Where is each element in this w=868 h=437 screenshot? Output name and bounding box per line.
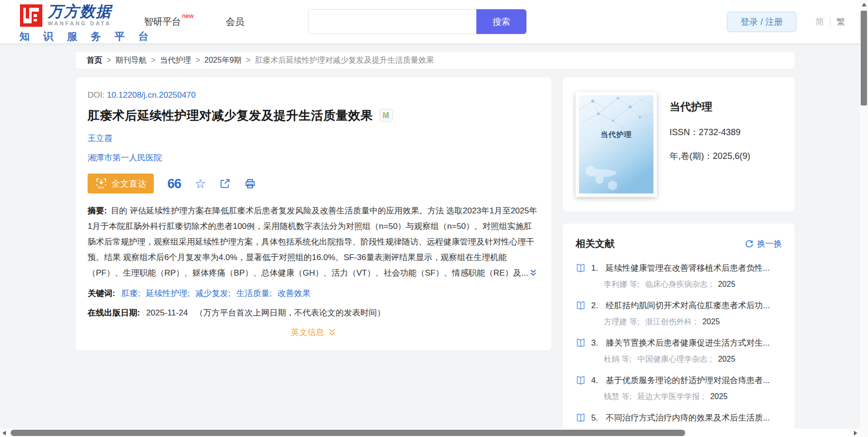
cite-button[interactable]: 66	[167, 179, 181, 189]
wanfang-logo-icon	[19, 4, 43, 27]
abstract-expand-button[interactable]	[529, 266, 537, 282]
refresh-icon	[745, 240, 754, 248]
related-item-journal: 延边大学医学学报 ;	[637, 392, 704, 401]
print-icon	[244, 178, 256, 190]
horizontal-scrollbar-thumb[interactable]	[11, 430, 685, 436]
keywords-row: 关键词: 肛瘘; 延续性护理; 减少复发; 生活质量; 改善效果	[88, 288, 540, 299]
book-icon	[576, 300, 586, 311]
breadcrumb-issue[interactable]: 2025年9期	[204, 55, 242, 66]
related-item-authors: 钱慧 等;	[604, 392, 632, 401]
fulltext-access-button[interactable]: free 全文直达	[88, 174, 154, 193]
horizontal-scrollbar[interactable]	[0, 429, 860, 437]
login-register-button[interactable]: 登录 / 注册	[727, 12, 796, 32]
breadcrumb-separator: >	[107, 56, 111, 65]
related-item-number: 5.	[591, 413, 606, 423]
page: 万方数据 WANFANG DATA 知 识 服 务 平 台 智研平台 new 会…	[0, 0, 868, 437]
lang-traditional[interactable]: 繁	[836, 16, 845, 28]
english-info-toggle[interactable]: 英文信息	[291, 327, 336, 338]
download-free-icon: free	[95, 177, 108, 190]
related-documents-card: 相关文献 换一换 1. 延续性健康管理在改善肾移植术后患者负性...	[563, 224, 795, 437]
star-icon: ☆	[195, 178, 206, 190]
breadcrumb: 首页 > 期刊导航 > 当代护理 > 2025年9期 > 肛瘘术后延续性护理对减…	[76, 52, 795, 69]
keyword-link[interactable]: 肛瘘	[121, 289, 138, 298]
related-item-title[interactable]: 不同治疗方式治疗内痔的效果及术后生活质...	[606, 412, 770, 423]
related-item-journal: 浙江创伤外科 ;	[645, 317, 696, 326]
abstract-label: 摘要:	[88, 206, 107, 215]
related-item-authors: 方理建 等;	[604, 317, 639, 326]
scroll-up-arrow[interactable]	[862, 3, 867, 6]
related-item-number: 4.	[591, 376, 606, 385]
keyword-link[interactable]: 生活质量	[236, 289, 270, 298]
journal-issn: ISSN：2732-4389	[669, 126, 750, 138]
search-button[interactable]: 搜索	[476, 9, 526, 34]
related-item-year: 2025	[710, 392, 728, 401]
related-item-title[interactable]: 延续性健康管理在改善肾移植术后患者负性...	[606, 262, 770, 274]
breadcrumb-journal[interactable]: 当代护理	[160, 55, 191, 66]
scrollbar-corner	[860, 429, 868, 437]
related-item: 3. 膝关节置换术后患者健康促进生活方式对生... 杜娟 等; 中国健康心理学杂…	[576, 337, 782, 365]
author-link[interactable]: 王立霞	[88, 134, 112, 143]
keyword-link[interactable]: 改善效果	[277, 289, 310, 298]
journal-volume: 年,卷(期)：2025,6(9)	[669, 150, 750, 162]
related-item-journal: 中国健康心理学杂志 ;	[637, 355, 712, 363]
svg-text:free: free	[98, 185, 105, 190]
favorite-button[interactable]: ☆	[195, 178, 206, 190]
related-item-authors: 李利娜 等;	[604, 280, 639, 288]
related-item-title[interactable]: 基于优质服务理论的舒适护理对混合痔患者...	[606, 375, 770, 386]
related-title: 相关文献	[576, 237, 615, 250]
breadcrumb-current: 肛瘘术后延续性护理对减少复发及提升生活质量效果	[255, 55, 434, 66]
breadcrumb-home[interactable]: 首页	[87, 55, 102, 66]
book-icon	[576, 263, 586, 273]
share-icon	[219, 178, 231, 189]
doi-link[interactable]: 10.12208/j.cn.20250470	[107, 90, 196, 100]
brand-name-en: WANFANG DATA	[48, 20, 112, 26]
breadcrumb-separator: >	[151, 56, 155, 65]
article-actions: free 全文直达 66 ☆	[88, 174, 540, 193]
wanfang-logo[interactable]: 万方数据 WANFANG DATA 知 识 服 务 平 台	[19, 4, 154, 43]
top-header: 万方数据 WANFANG DATA 知 识 服 务 平 台 智研平台 new 会…	[0, 0, 868, 43]
keyword-link[interactable]: 减少复发	[195, 289, 228, 298]
affiliation-link[interactable]: 湘潭市第一人民医院	[88, 153, 162, 162]
vertical-scrollbar[interactable]	[860, 0, 868, 429]
search-input[interactable]	[308, 9, 476, 34]
breadcrumb-journal-nav[interactable]: 期刊导航	[115, 55, 146, 66]
brand-name: 万方数据	[48, 4, 112, 19]
abstract-text: 目的 评估延续性护理方案在降低肛瘘术后患者复发风险及改善生活质量中的应用效果。方…	[88, 206, 537, 278]
article-title: 肛瘘术后延续性护理对减少复发及提升生活质量效果	[88, 107, 373, 123]
share-button[interactable]	[219, 178, 231, 189]
related-item-year: 2025	[703, 317, 720, 326]
lang-divider	[830, 17, 831, 26]
journal-card: 当代护理 当代护理 ISSN：2732-4389 年,卷(期)：2025,6(9…	[563, 77, 795, 211]
pubdate-label: 在线出版日期:	[88, 308, 140, 317]
search-box: 搜索	[308, 9, 526, 34]
scroll-left-arrow[interactable]	[2, 431, 6, 436]
journal-cover-title: 当代护理	[579, 130, 653, 140]
medlive-badge[interactable]: M	[380, 109, 393, 122]
related-item-authors: 杜娟 等;	[604, 355, 632, 363]
lang-simplified[interactable]: 简	[815, 16, 824, 28]
vertical-scrollbar-thumb[interactable]	[861, 11, 867, 105]
pubdate-note: （万方平台首次上网日期，不代表论文的发表时间）	[195, 308, 385, 317]
related-item: 2. 经肛括约肌间切开术对高位肛瘘患者术后功... 方理建 等; 浙江创伤外科 …	[576, 300, 782, 327]
related-item-title[interactable]: 经肛括约肌间切开术对高位肛瘘患者术后功...	[606, 300, 770, 311]
chevron-double-down-icon	[328, 328, 336, 336]
nav-zhiyan-platform[interactable]: 智研平台 new	[144, 0, 194, 43]
related-item: 4. 基于优质服务理论的舒适护理对混合痔患者... 钱慧 等; 延边大学医学学报…	[576, 375, 782, 402]
related-item-title[interactable]: 膝关节置换术后患者健康促进生活方式对生...	[606, 337, 770, 349]
scroll-right-arrow[interactable]	[854, 431, 857, 436]
nav-member[interactable]: 会员	[226, 0, 244, 43]
print-button[interactable]	[244, 178, 256, 190]
pubdate-row: 在线出版日期: 2025-11-24 （万方平台首次上网日期，不代表论文的发表时…	[88, 307, 540, 318]
new-badge: new	[182, 12, 194, 19]
refresh-related-button[interactable]: 换一换	[745, 238, 782, 249]
journal-name: 当代护理	[669, 100, 750, 114]
keyword-link[interactable]: 延续性护理	[146, 289, 187, 298]
journal-cover[interactable]: 当代护理	[576, 92, 657, 197]
book-icon	[576, 413, 586, 423]
quote-icon: 66	[167, 179, 181, 189]
chevron-double-down-icon	[529, 269, 537, 277]
abstract-block: 摘要:目的 评估延续性护理方案在降低肛瘘术后患者复发风险及改善生活质量中的应用效…	[88, 203, 540, 282]
book-icon	[576, 375, 586, 385]
doi-label: DOI:	[88, 90, 105, 100]
article-card: DOI: 10.12208/j.cn.20250470 肛瘘术后延续性护理对减少…	[76, 77, 551, 350]
